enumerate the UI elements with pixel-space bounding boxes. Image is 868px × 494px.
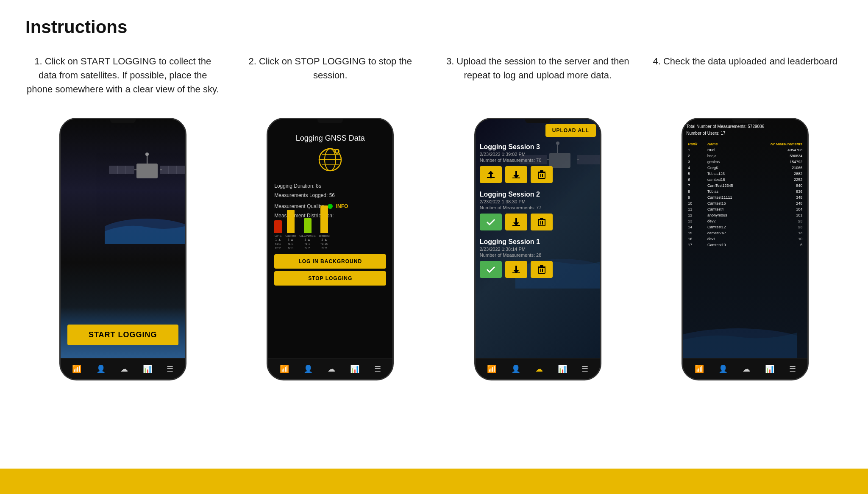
svg-point-18 bbox=[336, 150, 338, 153]
svg-point-10 bbox=[145, 153, 149, 156]
session-3-download-button[interactable] bbox=[505, 166, 527, 183]
logging-duration: Logging Duration: 8s bbox=[274, 182, 386, 191]
session-1-download-button[interactable] bbox=[505, 261, 527, 278]
leaderboard-row: 14 Camtest12 23 bbox=[686, 224, 804, 230]
session-3-title: Logging Session 3 bbox=[480, 143, 596, 151]
upload-all-button[interactable]: UPLOAD ALL bbox=[545, 124, 596, 137]
rank-cell: 12 bbox=[686, 212, 706, 218]
instruction-text-4: 4. Check the data uploaded and leaderboa… bbox=[653, 54, 837, 109]
measurements-cell: 23 bbox=[750, 218, 804, 224]
phone-screen-2: Logging GNSS Data bbox=[268, 119, 392, 358]
rank-cell: 17 bbox=[686, 242, 706, 248]
session-2-delete-button[interactable] bbox=[531, 214, 553, 230]
bottom-bar bbox=[0, 469, 868, 494]
name-cell: Camtest4 bbox=[706, 206, 750, 212]
nav-menu-icon-4: ☰ bbox=[789, 364, 796, 374]
name-cell: camest767 bbox=[706, 230, 750, 236]
session-3-date: 2/23/2022 1:39:02 PM bbox=[480, 152, 596, 157]
bar-galileo bbox=[287, 210, 295, 233]
svg-rect-3 bbox=[160, 166, 185, 174]
measurements-cell: 840 bbox=[750, 183, 804, 189]
leaderboard-row: 3 geolms 154792 bbox=[686, 159, 804, 165]
satellite-svg-1 bbox=[105, 125, 185, 244]
leaderboard-table: Rank Name Nr Measurements 1 Rudi 4954708… bbox=[686, 141, 804, 248]
measurements-cell: 21066 bbox=[750, 165, 804, 171]
nav-chart-icon-1: 📊 bbox=[143, 364, 152, 374]
svg-rect-38 bbox=[538, 219, 545, 220]
log-in-background-button[interactable]: LOG IN BACKGROUND bbox=[274, 254, 386, 269]
name-cell: Tobias bbox=[706, 189, 750, 194]
session-3-delete-button[interactable] bbox=[531, 166, 553, 183]
stop-logging-button[interactable]: STOP LOGGING bbox=[274, 271, 386, 286]
bar-beidou bbox=[320, 205, 328, 233]
phone-bottom-bar-2: 📶 👤 ☁ 📊 ☰ bbox=[268, 358, 392, 379]
nav-person-icon-3: 👤 bbox=[511, 364, 520, 374]
bar-glonass bbox=[304, 218, 312, 233]
phone-4: Total Number of Measurements: 5729086 Nu… bbox=[682, 118, 809, 380]
rank-cell: 15 bbox=[686, 230, 706, 236]
satellite-svg-4 bbox=[683, 273, 797, 358]
svg-rect-40 bbox=[512, 272, 520, 273]
name-cell: bsoja bbox=[706, 153, 750, 159]
instruction-text-2: 2. Click on STOP LOGGING to stop the ses… bbox=[233, 54, 428, 109]
leaderboard-row: 9 Camtest11111 348 bbox=[686, 194, 804, 200]
col-rank: Rank bbox=[686, 141, 706, 147]
page-title: Instructions bbox=[25, 17, 843, 37]
svg-rect-43 bbox=[542, 269, 543, 272]
phone-screen-4: Total Number of Measurements: 5729086 Nu… bbox=[683, 119, 807, 358]
session-1-measurements: Number of Measurements: 28 bbox=[480, 253, 596, 258]
instruction-col-4: 4. Check the data uploaded and leaderboa… bbox=[648, 54, 843, 380]
start-logging-button[interactable]: START LOGGING bbox=[67, 325, 178, 345]
col-measurements: Nr Measurements bbox=[750, 141, 804, 147]
session-3-upload-button[interactable] bbox=[480, 166, 502, 183]
svg-rect-45 bbox=[540, 265, 543, 266]
leaderboard-row: 13 dev2 23 bbox=[686, 218, 804, 224]
name-cell: Camtest11111 bbox=[706, 194, 750, 200]
num-users: Number of Users: 17 bbox=[686, 130, 804, 137]
rank-cell: 6 bbox=[686, 177, 706, 183]
session-2-actions bbox=[480, 214, 596, 230]
measurements-cell: 13 bbox=[750, 230, 804, 236]
svg-rect-44 bbox=[538, 266, 545, 267]
rank-cell: 2 bbox=[686, 153, 706, 159]
name-cell: camtest18 bbox=[706, 177, 750, 183]
phone-screen-1: START LOGGING bbox=[61, 119, 185, 358]
session-1-check-button[interactable] bbox=[480, 261, 502, 278]
leaderboard-header: Total Number of Measurements: 5729086 Nu… bbox=[686, 123, 804, 137]
svg-rect-32 bbox=[538, 172, 545, 172]
session-3-actions bbox=[480, 166, 596, 183]
session-2-measurements: Number of Measurements: 77 bbox=[480, 205, 596, 210]
session-1-delete-button[interactable] bbox=[531, 261, 553, 278]
nav-person-icon-1: 👤 bbox=[96, 364, 106, 374]
rank-cell: 10 bbox=[686, 200, 706, 206]
nav-wifi-icon-3: 📶 bbox=[487, 364, 496, 374]
phone2-screen: Logging GNSS Data bbox=[268, 119, 392, 358]
session-2-download-button[interactable] bbox=[505, 214, 527, 230]
phone-notch-2 bbox=[317, 119, 343, 123]
svg-rect-0 bbox=[136, 164, 158, 178]
leaderboard-row: 10 Camtest15 248 bbox=[686, 200, 804, 206]
bar-group-gps: GPS1 ▲f1:1f2:2 bbox=[274, 220, 282, 250]
rank-cell: 1 bbox=[686, 147, 706, 153]
leaderboard-row: 8 Tobias 836 bbox=[686, 189, 804, 194]
svg-rect-27 bbox=[487, 177, 495, 178]
svg-rect-1 bbox=[109, 166, 134, 174]
rank-cell: 9 bbox=[686, 194, 706, 200]
nav-person-icon-2: 👤 bbox=[303, 364, 313, 374]
bar-label-glonass: GLONASS1 ▲f1:3f2:5 bbox=[299, 234, 316, 250]
col-name: Name bbox=[706, 141, 750, 147]
rank-cell: 8 bbox=[686, 189, 706, 194]
total-measurements: Total Number of Measurements: 5729086 bbox=[686, 123, 804, 130]
nav-chart-icon-3: 📊 bbox=[558, 364, 567, 374]
info-link[interactable]: INFO bbox=[336, 203, 348, 209]
leaderboard-body: 1 Rudi 4954708 2 bsoja 590834 3 geolms 1… bbox=[686, 147, 804, 248]
rank-cell: 7 bbox=[686, 183, 706, 189]
name-cell: Camtest12 bbox=[706, 224, 750, 230]
measurements-cell: 348 bbox=[750, 194, 804, 200]
name-cell: dev1 bbox=[706, 236, 750, 242]
main-content: Instructions 1. Click on START LOGGING t… bbox=[0, 0, 868, 469]
rank-cell: 16 bbox=[686, 236, 706, 242]
measurements-cell: 6 bbox=[750, 242, 804, 248]
rank-cell: 14 bbox=[686, 224, 706, 230]
session-2-check-button[interactable] bbox=[480, 214, 502, 230]
